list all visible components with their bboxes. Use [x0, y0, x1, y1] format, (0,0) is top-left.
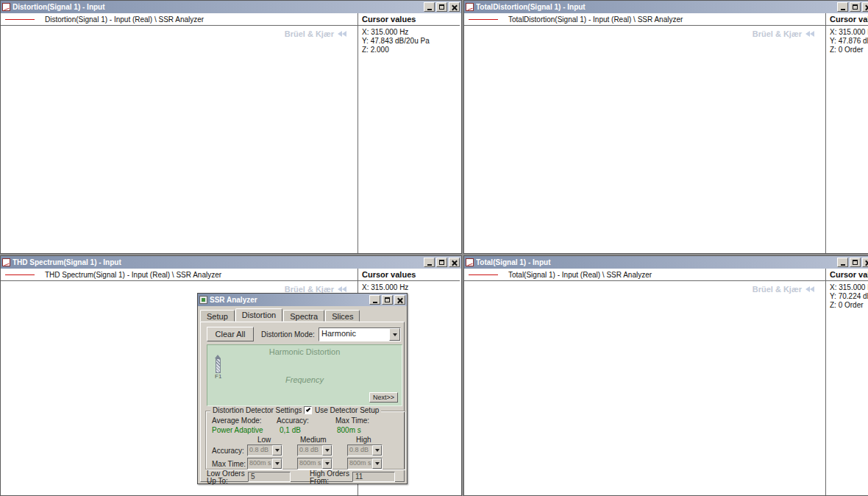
- cursor-values-header: Cursor values: [358, 13, 460, 26]
- cursor-z-value: Z: 2.000: [362, 46, 456, 54]
- minimize-button[interactable]: [424, 258, 435, 267]
- dialog-titlebar[interactable]: SSR Analyzer: [198, 294, 407, 306]
- window-title: TotalDistortion(Signal 1) - Input: [476, 3, 835, 11]
- close-icon: [452, 260, 458, 266]
- maximize-icon: [385, 297, 390, 302]
- titlebar[interactable]: Distortion(Signal 1) - Input: [1, 1, 461, 13]
- maximize-button[interactable]: [850, 258, 861, 267]
- minimize-icon: [841, 264, 845, 266]
- totaldistortion-chart-plot[interactable]: [464, 26, 826, 253]
- distortion-chart-plot[interactable]: [1, 26, 358, 253]
- minimize-icon: [427, 9, 432, 10]
- combo-dropdown-button[interactable]: [372, 458, 382, 469]
- close-button[interactable]: [449, 2, 460, 12]
- accuracy-low-combobox[interactable]: 0.8 dB: [247, 444, 282, 456]
- combo-dropdown-button[interactable]: [272, 458, 282, 469]
- cursor-y-value: Y: 70.224 dB: [830, 292, 868, 301]
- column-medium: Medium: [300, 436, 327, 444]
- legend-label: Distortion(Signal 1) - Input (Real) \ SS…: [45, 15, 204, 24]
- maximize-button[interactable]: [382, 295, 393, 305]
- cursor-x-value: X: 315.000 Hz: [830, 283, 868, 292]
- cursor-values-header: Cursor values: [826, 269, 868, 281]
- fundamental-f1[interactable]: F1: [215, 358, 221, 380]
- chart-legend: TotalDistortion(Signal 1) - Input (Real)…: [464, 13, 825, 26]
- dialog-icon: [199, 296, 207, 304]
- close-button[interactable]: [394, 295, 405, 305]
- column-high: High: [356, 436, 371, 444]
- combo-dropdown-button[interactable]: [372, 445, 382, 456]
- cursor-y-value: Y: 47.876 dB: [830, 37, 868, 46]
- dialog-title: SSR Analyzer: [210, 296, 367, 304]
- tab-spectra[interactable]: Spectra: [283, 310, 324, 322]
- harmonic-distortion-title: Harmonic Distortion: [207, 345, 402, 356]
- average-mode-label: Average Mode:: [212, 417, 262, 425]
- cursor-x-value: X: 315.000 Hz: [362, 28, 456, 37]
- minimize-button[interactable]: [837, 258, 848, 267]
- titlebar[interactable]: TotalDistortion(Signal 1) - Input: [464, 1, 868, 13]
- chevron-down-icon: [275, 462, 280, 467]
- low-orders-field[interactable]: 5: [248, 472, 291, 482]
- cursor-y-value: Y: 47.843 dB/20u Pa: [362, 37, 456, 46]
- minimize-button[interactable]: [424, 2, 435, 12]
- chevron-down-icon: [325, 449, 330, 454]
- close-button[interactable]: [449, 258, 460, 267]
- check-mark-icon: [305, 407, 310, 411]
- chart-legend: Total(Signal 1) - Input (Real) \ SSR Ana…: [464, 269, 825, 281]
- accuracy-high-combobox[interactable]: 0.8 dB: [347, 444, 383, 456]
- max-time-high-combobox[interactable]: 800m s: [347, 458, 383, 470]
- combo-dropdown-button[interactable]: [272, 445, 282, 456]
- chevron-down-icon: [325, 462, 330, 467]
- titlebar[interactable]: THD Spectrum(Signal 1) - Input: [1, 256, 461, 269]
- max-time-value: 800m s: [337, 426, 361, 434]
- clear-all-button[interactable]: Clear All: [207, 327, 254, 341]
- maximize-icon: [439, 260, 444, 265]
- cursor-x-value: X: 315.000 Hz: [362, 283, 456, 292]
- combo-dropdown-button[interactable]: [322, 458, 332, 469]
- close-icon: [865, 260, 868, 266]
- distortion-tab-panel: Clear All Distortion Mode: Harmonic Harm…: [200, 322, 405, 482]
- average-mode-value: Power Adaptive: [212, 426, 263, 434]
- tab-distortion[interactable]: Distortion: [235, 308, 282, 322]
- titlebar[interactable]: Total(Signal 1) - Input: [464, 256, 868, 269]
- legend-line-sample: [469, 19, 498, 20]
- max-time-medium-combobox[interactable]: 800m s: [297, 458, 332, 470]
- harmonic-distortion-panel: Harmonic Distortion F1 Frequency Next>>: [207, 344, 402, 406]
- minimize-button[interactable]: [837, 2, 848, 12]
- close-button[interactable]: [862, 2, 868, 12]
- low-orders-label: Low Orders Up To:: [207, 470, 245, 485]
- group-title: Distortion Detector Settings: [210, 406, 305, 414]
- maximize-button[interactable]: [436, 258, 447, 267]
- maximize-button[interactable]: [436, 2, 447, 12]
- next-button[interactable]: Next>>: [369, 392, 398, 403]
- max-time-low-combobox[interactable]: 800m s: [247, 458, 282, 470]
- accuracy-value: 0,1 dB: [280, 426, 301, 434]
- window-icon: [2, 258, 10, 266]
- column-low: Low: [257, 436, 271, 444]
- accuracy-medium-combobox[interactable]: 0.8 dB: [297, 444, 332, 456]
- chart-legend: Distortion(Signal 1) - Input (Real) \ SS…: [1, 13, 357, 26]
- tab-setup[interactable]: Setup: [200, 310, 235, 322]
- combo-dropdown-button[interactable]: [389, 328, 400, 341]
- close-button[interactable]: [862, 258, 868, 267]
- window-distortion: Distortion(Signal 1) - Input Distortion(…: [0, 0, 462, 254]
- high-orders-field[interactable]: 11: [352, 472, 395, 482]
- maximize-button[interactable]: [850, 2, 861, 12]
- use-detector-setup-checkbox[interactable]: Use Detector Setup: [302, 406, 381, 414]
- cursor-values-panel: Cursor values X: 315.000 Hz Y: 70.224 dB…: [826, 269, 868, 495]
- cursor-x-value: X: 315.000 Hz: [830, 28, 868, 37]
- minimize-button[interactable]: [369, 295, 380, 305]
- chevron-down-icon: [275, 449, 280, 454]
- combo-dropdown-button[interactable]: [322, 445, 332, 456]
- distortion-mode-label: Distortion Mode:: [261, 330, 315, 339]
- window-title: Distortion(Signal 1) - Input: [13, 3, 421, 11]
- close-icon: [452, 4, 458, 10]
- legend-label: THD Spectrum(Signal 1) - Input (Real) \ …: [45, 271, 221, 279]
- distortion-mode-combobox[interactable]: Harmonic: [319, 327, 401, 341]
- cursor-values-header: Cursor values: [826, 13, 868, 26]
- checkbox-icon: [304, 406, 312, 414]
- tab-slices[interactable]: Slices: [325, 310, 360, 322]
- total-chart-plot[interactable]: [464, 281, 826, 495]
- cursor-values-panel: Cursor values X: 315.000 Hz Y: 47.843 dB…: [358, 13, 460, 253]
- chart-legend: THD Spectrum(Signal 1) - Input (Real) \ …: [1, 269, 357, 281]
- legend-label: TotalDistortion(Signal 1) - Input (Real)…: [508, 15, 683, 24]
